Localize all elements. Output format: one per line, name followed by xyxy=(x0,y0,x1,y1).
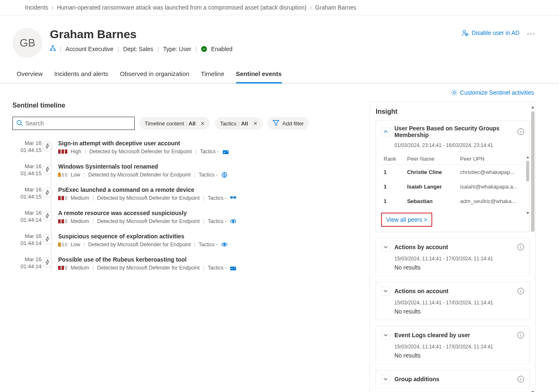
timeline-dot xyxy=(42,234,53,245)
detected-by-label: Detected by Microsoft Defender for Endpo… xyxy=(89,149,192,154)
insight-card: Event Logs cleared by user i 15/03/2024,… xyxy=(376,326,529,364)
tab-sentinel-events[interactable]: Sentinel events xyxy=(236,70,282,83)
tactic-icon xyxy=(230,195,236,201)
tab-timeline[interactable]: Timeline xyxy=(201,70,224,83)
severity-indicator xyxy=(58,196,67,200)
tab-overview[interactable]: Overview xyxy=(17,70,43,83)
tactic-icon xyxy=(221,172,228,178)
info-icon[interactable]: i xyxy=(517,244,524,250)
table-row[interactable]: 1 Sebastian adm_seullric@whaka... xyxy=(381,194,524,208)
tactics-label: Tactics - xyxy=(208,195,227,201)
collapse-peers-button[interactable] xyxy=(381,127,390,136)
svg-rect-16 xyxy=(231,268,233,269)
detected-by-label: Detected by Microsoft Defender for Endpo… xyxy=(88,172,191,178)
search-input[interactable] xyxy=(25,120,131,127)
expand-card-button[interactable] xyxy=(381,375,390,384)
timeline-date: Mar 1601:44:14 xyxy=(12,256,42,270)
peer-rank: 1 xyxy=(381,194,404,208)
tactics-label: Tactics - xyxy=(199,172,218,178)
insight-card-range: 15/03/2024, 11:14:41 - 17/03/2024, 11:14… xyxy=(376,344,529,351)
timeline-dot xyxy=(42,164,53,175)
svg-point-14 xyxy=(224,244,225,245)
tab-bar: Overview Incidents and alerts Observed i… xyxy=(0,58,559,83)
search-box[interactable] xyxy=(12,117,135,130)
tab-observed-in-org[interactable]: Observed in organization xyxy=(120,70,190,83)
timeline-item[interactable]: Mar 1601:44:14 Possible use of the Rubeu… xyxy=(12,256,360,271)
peers-scrollbar[interactable]: ▲ ▼ xyxy=(526,155,530,215)
info-icon[interactable]: i xyxy=(517,332,524,338)
tactics-label: Tactics - xyxy=(208,218,227,224)
severity-label: High xyxy=(71,149,81,154)
tactic-icon xyxy=(230,265,236,271)
severity-label: Medium xyxy=(71,218,89,224)
insight-title: Insight xyxy=(376,108,529,115)
scroll-up-icon[interactable]: ▲ xyxy=(526,155,530,159)
insight-card-title: Group additions xyxy=(394,376,513,382)
timeline-date: Mar 1601:44:15 xyxy=(12,186,42,201)
insight-panel: ▲ ▼ Insight User Peers Based on Security… xyxy=(369,102,536,392)
scroll-up-icon[interactable]: ▲ xyxy=(531,105,535,109)
timeline-event-title: PsExec launched a command on a remote de… xyxy=(58,186,360,193)
tab-incidents-alerts[interactable]: Incidents and alerts xyxy=(54,70,108,83)
filter-icon xyxy=(273,120,279,127)
table-row[interactable]: 1 Christie Cline christiec@whakapap... xyxy=(381,165,524,180)
panel-scrollbar[interactable]: ▲ ▼ xyxy=(531,105,535,392)
scroll-down-icon[interactable]: ▼ xyxy=(526,211,530,215)
table-row[interactable]: 1 Isaiah Langer isaiahl@whakapapa.a... xyxy=(381,179,524,194)
tactics-label: Tactics - xyxy=(208,265,227,271)
insight-card-result: No results xyxy=(376,263,529,276)
timeline-item[interactable]: Mar 1601:44:15 Sign-in attempt with dece… xyxy=(12,140,360,155)
insight-card-title: Actions on account xyxy=(394,288,513,294)
timeline-item[interactable]: Mar 1601:44:15 Windows Sysinternals tool… xyxy=(12,163,360,178)
remove-filter-tactics-icon[interactable]: ✕ xyxy=(253,120,258,127)
breadcrumb-incident-name[interactable]: Human-operated ransomware attack was lau… xyxy=(57,4,307,11)
peers-scroll-thumb[interactable] xyxy=(526,161,529,181)
insight-card-result: No results xyxy=(376,351,529,364)
filter-pill-tactics[interactable]: Tactics : All ✕ xyxy=(215,117,262,130)
customize-activities-button[interactable]: Customize Sentinel activities xyxy=(451,89,534,96)
lightning-icon xyxy=(44,190,50,196)
col-peer-name[interactable]: Peer Name xyxy=(404,153,458,165)
severity-indicator xyxy=(58,243,67,247)
panel-scroll-thumb[interactable] xyxy=(531,111,534,232)
svg-rect-11 xyxy=(230,196,233,198)
breadcrumb-user[interactable]: Graham Barnes xyxy=(315,4,356,11)
severity-indicator xyxy=(58,173,67,177)
expand-card-button[interactable] xyxy=(381,331,390,340)
add-filter-button[interactable]: Add filter xyxy=(268,117,309,130)
timeline-heading: Sentinel timeline xyxy=(12,102,360,109)
timeline-item[interactable]: Mar 1601:44:14 Suspicious sequence of ex… xyxy=(12,233,360,248)
info-icon[interactable]: i xyxy=(517,128,524,135)
info-icon[interactable]: i xyxy=(517,288,524,294)
tactics-label: Tactics - xyxy=(199,242,218,247)
timeline-date: Mar 1601:44:15 xyxy=(12,140,42,154)
lightning-icon xyxy=(44,260,50,265)
timeline-item[interactable]: Mar 1601:44:14 A remote resource was acc… xyxy=(12,210,360,225)
insight-card: Group additions i xyxy=(376,370,529,388)
detected-by-label: Detected by Microsoft Defender for Endpo… xyxy=(97,265,200,271)
timeline-event-title: Possible use of the Rubeus kerberoasting… xyxy=(58,256,360,263)
avatar: GB xyxy=(12,28,42,58)
scroll-down-icon[interactable]: ▼ xyxy=(531,390,535,392)
tactic-icon xyxy=(221,241,228,248)
expand-card-button[interactable] xyxy=(381,287,390,296)
disable-user-button[interactable]: Disable user in AD xyxy=(462,29,520,36)
more-actions-icon[interactable]: ··· xyxy=(527,29,536,38)
insight-card-result: No results xyxy=(376,307,529,320)
timeline-item[interactable]: Mar 1601:44:15 PsExec launched a command… xyxy=(12,186,360,201)
detected-by-label: Detected by Microsoft Defender for Endpo… xyxy=(88,242,191,247)
col-rank[interactable]: Rank xyxy=(381,153,404,165)
remove-filter-content-icon[interactable]: ✕ xyxy=(200,120,205,127)
insight-card-range: 15/03/2024, 11:14:41 - 17/03/2024, 11:14… xyxy=(376,256,529,263)
view-all-peers-link[interactable]: View all peers > xyxy=(386,216,427,223)
peer-name: Christie Cline xyxy=(404,165,458,180)
info-icon[interactable]: i xyxy=(517,376,524,382)
col-peer-upn[interactable]: Peer UPN xyxy=(458,153,524,165)
peer-rank: 1 xyxy=(381,165,404,180)
user-dept: Dept: Sales xyxy=(123,46,153,52)
breadcrumb: Incidents › Human-operated ransomware at… xyxy=(0,0,559,15)
severity-label: Low xyxy=(71,242,80,247)
filter-pill-content[interactable]: Timeline content : All ✕ xyxy=(140,117,210,130)
expand-card-button[interactable] xyxy=(381,243,390,252)
breadcrumb-incidents[interactable]: Incidents xyxy=(25,4,48,11)
